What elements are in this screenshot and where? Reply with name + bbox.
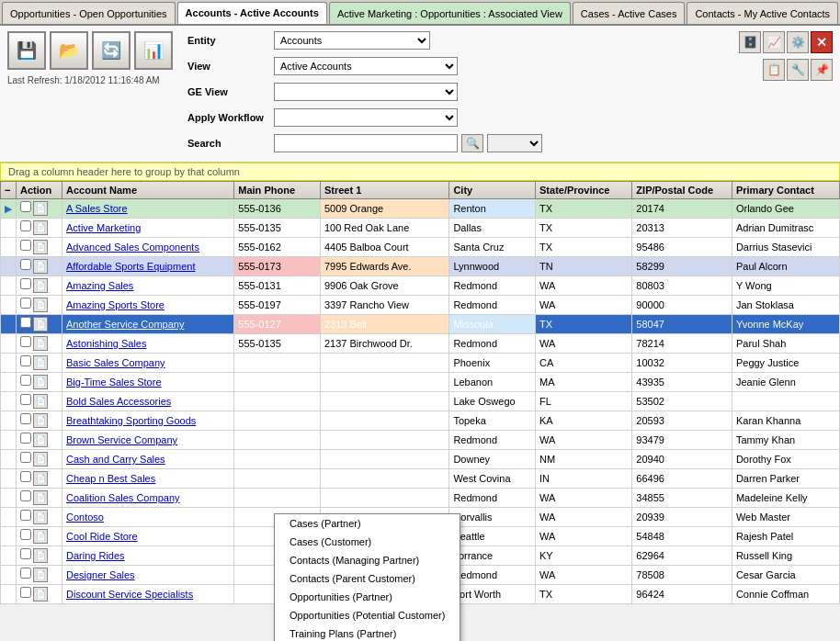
row-open-icon[interactable]: 📄 — [33, 510, 48, 524]
row-checkbox[interactable] — [20, 259, 31, 270]
close-button[interactable]: ✕ — [811, 31, 833, 53]
row-checkbox[interactable] — [20, 471, 31, 482]
col-header-account-name[interactable]: Account Name — [62, 182, 234, 199]
row-checkbox[interactable] — [20, 317, 31, 328]
account-name-link[interactable]: Amazing Sales — [66, 280, 133, 291]
entity-select[interactable]: Accounts — [274, 31, 430, 50]
row-open-icon[interactable]: 📄 — [33, 452, 48, 467]
account-name-link[interactable]: Amazing Sports Store — [66, 299, 165, 310]
account-name-link[interactable]: Cheap n Best Sales — [66, 473, 155, 484]
search-type-select[interactable] — [487, 134, 542, 152]
row-checkbox[interactable] — [20, 355, 31, 366]
icon2b[interactable]: 🔧 — [787, 59, 809, 81]
row-open-icon[interactable]: 📄 — [33, 568, 48, 582]
save-button[interactable]: 💾 — [7, 31, 46, 70]
row-open-icon[interactable]: 📄 — [33, 529, 48, 544]
account-name-link[interactable]: Bold Sales Accessories — [66, 396, 171, 407]
row-checkbox[interactable] — [20, 394, 31, 405]
refresh-button[interactable]: 🔄 — [92, 31, 131, 70]
tab-contacts[interactable]: Contacts - My Active Contacts — [687, 2, 838, 24]
col-header-action[interactable]: Action — [17, 182, 62, 199]
account-name-link[interactable]: Astonishing Sales — [66, 338, 146, 349]
row-open-icon[interactable]: 📄 — [33, 548, 48, 563]
account-name-link[interactable]: Big-Time Sales Store — [66, 377, 162, 388]
row-open-icon[interactable]: 📄 — [33, 336, 48, 351]
row-open-icon[interactable]: 📄 — [33, 413, 48, 428]
row-open-icon[interactable]: 📄 — [33, 201, 48, 216]
row-checkbox[interactable] — [20, 548, 31, 559]
row-checkbox[interactable] — [20, 529, 31, 540]
row-open-icon[interactable]: 📄 — [33, 278, 48, 293]
row-open-icon[interactable]: 📄 — [33, 375, 48, 389]
account-name-link[interactable]: Coalition Sales Company — [66, 492, 180, 503]
row-open-icon[interactable]: 📄 — [33, 587, 48, 602]
account-name-link[interactable]: Advanced Sales Components — [66, 242, 199, 253]
col-header-city[interactable]: City — [449, 182, 536, 199]
account-name-link[interactable]: Cash and Carry Sales — [66, 454, 165, 465]
col-header-indicator[interactable]: − — [1, 182, 17, 199]
chart-icon[interactable]: 📈 — [763, 31, 785, 53]
tab-opportunities[interactable]: Opportunities - Open Opportunities — [2, 2, 176, 24]
col-header-zip[interactable]: ZIP/Postal Code — [632, 182, 732, 199]
search-input[interactable] — [274, 134, 458, 152]
row-open-icon[interactable]: 📄 — [33, 471, 48, 486]
context-menu-item[interactable]: Training Plans (Partner) — [275, 624, 460, 641]
context-menu-item[interactable]: Opportunities (Partner) — [275, 588, 460, 606]
row-open-icon[interactable]: 📄 — [33, 298, 48, 312]
account-name-link[interactable]: Contoso — [66, 512, 104, 523]
col-header-contact[interactable]: Primary Contact — [732, 182, 839, 199]
context-menu-item[interactable]: Cases (Customer) — [275, 533, 460, 551]
row-checkbox[interactable] — [20, 240, 31, 251]
context-menu-item[interactable]: Opportunities (Potential Customer) — [275, 606, 460, 624]
context-menu-item[interactable]: Cases (Partner) — [275, 514, 460, 533]
row-checkbox[interactable] — [20, 587, 31, 598]
row-open-icon[interactable]: 📄 — [33, 394, 48, 409]
row-checkbox[interactable] — [20, 510, 31, 521]
account-name-link[interactable]: Affordable Sports Equipment — [66, 261, 195, 272]
context-menu-item[interactable]: Contacts (Parent Customer) — [275, 569, 460, 588]
col-header-phone[interactable]: Main Phone — [234, 182, 321, 199]
tab-marketing[interactable]: Active Marketing : Opportunities : Assoc… — [329, 2, 571, 24]
row-open-icon[interactable]: 📄 — [33, 433, 48, 447]
row-open-icon[interactable]: 📄 — [33, 490, 48, 505]
row-checkbox[interactable] — [20, 336, 31, 347]
row-open-icon[interactable]: 📄 — [33, 259, 48, 274]
search-button[interactable]: 🔍 — [461, 134, 483, 152]
tab-cases[interactable]: Cases - Active Cases — [573, 2, 686, 24]
row-checkbox[interactable] — [20, 278, 31, 289]
row-open-icon[interactable]: 📄 — [33, 220, 48, 235]
row-checkbox[interactable] — [20, 375, 31, 386]
row-checkbox[interactable] — [20, 220, 31, 231]
row-checkbox[interactable] — [20, 298, 31, 309]
ge-view-select[interactable] — [274, 83, 458, 101]
row-checkbox[interactable] — [20, 433, 31, 444]
open-button[interactable]: 📂 — [50, 31, 88, 70]
account-name-link[interactable]: Designer Sales — [66, 569, 135, 580]
row-checkbox[interactable] — [20, 452, 31, 463]
context-menu-item[interactable]: Contacts (Managing Partner) — [275, 551, 460, 569]
row-checkbox[interactable] — [20, 201, 31, 212]
account-name-link[interactable]: Another Service Company — [66, 319, 184, 330]
account-name-link[interactable]: Breathtaking Sporting Goods — [66, 415, 196, 426]
icon2c[interactable]: 📌 — [811, 59, 833, 81]
tab-accounts[interactable]: Accounts - Active Accounts — [177, 2, 327, 24]
col-header-street[interactable]: Street 1 — [320, 182, 448, 199]
account-name-link[interactable]: A Sales Store — [66, 203, 128, 214]
workflow-select[interactable] — [274, 108, 458, 127]
row-open-icon[interactable]: 📄 — [33, 317, 48, 332]
account-name-link[interactable]: Cool Ride Store — [66, 531, 138, 542]
row-checkbox[interactable] — [20, 413, 31, 424]
icon2a[interactable]: 📋 — [763, 59, 785, 81]
col-header-state[interactable]: State/Province — [536, 182, 632, 199]
db-icon[interactable]: 🗄️ — [739, 31, 761, 53]
row-open-icon[interactable]: 📄 — [33, 355, 48, 370]
settings-icon[interactable]: ⚙️ — [787, 31, 809, 53]
view-select[interactable]: Active Accounts — [274, 57, 458, 75]
account-name-link[interactable]: Daring Rides — [66, 550, 125, 561]
account-name-link[interactable]: Brown Service Company — [66, 434, 177, 445]
account-name-link[interactable]: Basic Sales Company — [66, 357, 165, 368]
row-checkbox[interactable] — [20, 490, 31, 501]
account-name-link[interactable]: Active Marketing — [66, 222, 141, 233]
export-button[interactable]: 📊 — [134, 31, 173, 70]
row-checkbox[interactable] — [20, 568, 31, 579]
